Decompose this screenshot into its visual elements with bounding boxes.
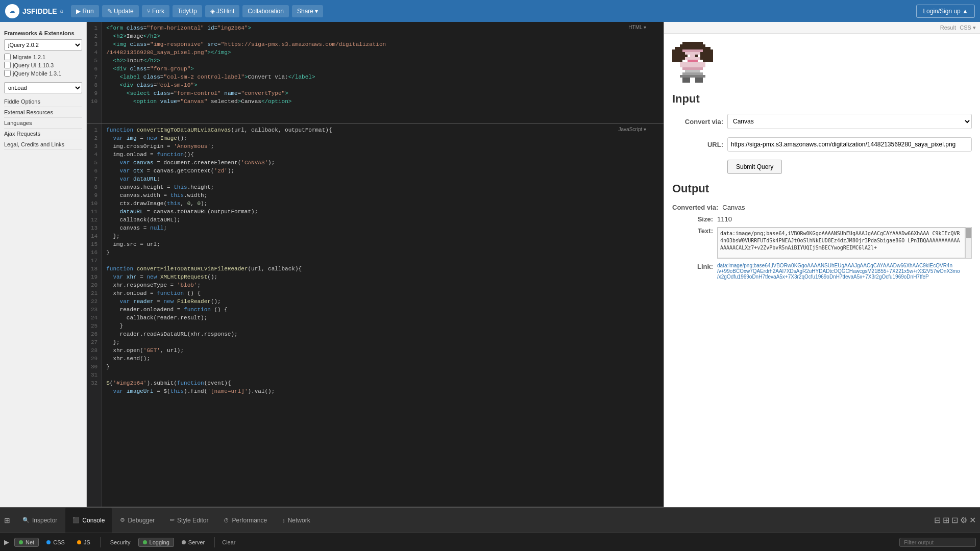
js-filter-label: JS (84, 539, 90, 545)
fiddle-options-link[interactable]: Fiddle Options (4, 96, 82, 107)
input-section-title: Input (672, 92, 972, 106)
logging-dot (143, 540, 147, 544)
external-resources-link[interactable]: External Resources (4, 107, 82, 118)
login-button[interactable]: Login/Sign up ▲ (916, 5, 975, 18)
share-button[interactable]: Share ▾ (292, 5, 323, 17)
jquerymobile-label: jQuery Mobile 1.3.1 (13, 70, 61, 77)
svg-rect-13 (682, 67, 703, 70)
url-input[interactable] (727, 137, 972, 152)
html-code-text[interactable]: <form class="form-horizontal" id="img2b6… (102, 22, 664, 123)
html-code-content: 12345678910 <form class="form-horizontal… (87, 22, 664, 123)
close-icon[interactable]: ✕ (969, 515, 976, 525)
filter-logging[interactable]: Logging (138, 538, 174, 547)
filter-bar: ▶ Net CSS JS Security Logging Server Cle… (0, 533, 980, 551)
jshint-button[interactable]: ◈ JSHint (205, 5, 240, 17)
svg-rect-17 (682, 78, 690, 83)
debugger-icon: ⚙ (120, 517, 125, 523)
inspector-label: Inspector (32, 517, 57, 524)
settings-icon[interactable]: ⚙ (960, 515, 967, 525)
html-badge: HTML ▾ (626, 24, 648, 31)
svg-rect-9 (685, 55, 688, 57)
performance-label: Performance (232, 517, 267, 524)
devtools-bar: ⊞ 🔍 Inspector ⬛ Console ⚙ Debugger ✏ Sty… (0, 507, 980, 533)
legal-link[interactable]: Legal, Credits and Links (4, 139, 82, 150)
filter-css[interactable]: CSS (42, 538, 69, 547)
filter-security[interactable]: Security (106, 538, 135, 547)
size-key: Size: (672, 215, 713, 223)
svg-rect-12 (680, 62, 705, 67)
preview-area: Result CSS ▾ (664, 22, 980, 507)
load-select[interactable]: onLoad onDomReady No wrap - in <head> No… (4, 82, 82, 93)
jqueryui-checkbox[interactable] (4, 62, 11, 68)
js-panel: JavaScript ▾ 123456789101112131415161718… (87, 124, 664, 507)
tab-console[interactable]: ⬛ Console (65, 508, 112, 533)
layout-icon-1[interactable]: ⊟ (934, 515, 941, 525)
filter-js[interactable]: JS (72, 538, 95, 547)
svg-rect-21 (675, 47, 682, 52)
layout-icon-3[interactable]: ⊡ (951, 515, 958, 525)
cmd-icon[interactable]: ▶ (4, 538, 9, 546)
css-badge: CSS ▾ (960, 24, 976, 31)
languages-link[interactable]: Languages (4, 118, 82, 129)
app-name: JSFIDDLE (22, 7, 57, 15)
server-label: Server (188, 539, 205, 545)
convert-via-select[interactable]: Canvas FileReader (727, 114, 972, 129)
ajax-requests-link[interactable]: Ajax Requests (4, 129, 82, 139)
jquery-select[interactable]: jQuery 2.0.2 jQuery 1.11.0 jQuery 3.5.0 … (4, 39, 82, 51)
js-badge: JavaScript ▾ (617, 126, 648, 133)
submit-query-button[interactable]: Submit Query (727, 160, 782, 174)
text-scrollbar[interactable] (965, 228, 971, 258)
filter-sep-2 (214, 537, 215, 547)
convert-via-label: Convert via: (672, 118, 723, 126)
filter-search-input[interactable] (899, 538, 976, 547)
text-output: data:image/png;base64,iVBORw0KGgoAAAANSU… (718, 228, 965, 258)
style-editor-label: Style Editor (177, 517, 208, 524)
console-label: Console (82, 517, 105, 524)
tidyup-button[interactable]: TidyUp (173, 5, 202, 17)
output-section: Output Converted via: Canvas Size: 1110 … (672, 182, 972, 280)
converted-via-row: Converted via: Canvas (672, 204, 972, 211)
js-dot (77, 540, 81, 544)
jquerymobile-checkbox[interactable] (4, 70, 11, 77)
preview-header: Result CSS ▾ (664, 22, 980, 34)
layout-icon-2[interactable]: ⊞ (943, 515, 949, 525)
clear-button[interactable]: Clear (222, 539, 235, 545)
fork-button[interactable]: ⑂ Fork (142, 5, 169, 17)
migrate-label: Migrate 1.2.1 (13, 54, 45, 60)
run-button[interactable]: ▶ Run (71, 5, 99, 17)
app-logo: ☁ JSFIDDLE a (5, 4, 63, 18)
collaboration-button[interactable]: Collaboration (242, 5, 289, 17)
expand-icon: ⊞ (4, 516, 10, 524)
inspector-icon: 🔍 (22, 517, 30, 523)
migrate-checkbox[interactable] (4, 54, 11, 60)
net-label: Net (26, 539, 34, 545)
tab-network[interactable]: ↕ Network (275, 508, 317, 533)
text-key: Text: (672, 227, 713, 235)
convert-via-group: Convert via: Canvas FileReader (672, 114, 972, 129)
top-navbar: ☁ JSFIDDLE a ▶ Run ✎ Update ⑂ Fork TidyU… (0, 0, 980, 22)
tab-debugger[interactable]: ⚙ Debugger (113, 508, 162, 533)
svg-rect-15 (682, 72, 703, 75)
svg-rect-14 (685, 70, 700, 72)
net-dot (19, 540, 23, 544)
text-container: data:image/png;base64,iVBORw0KGgoAAAANSU… (717, 227, 972, 259)
tab-style-editor[interactable]: ✏ Style Editor (163, 508, 215, 533)
tab-inspector[interactable]: 🔍 Inspector (15, 508, 64, 533)
link-val[interactable]: data:image/png;base64,iVBORw0KGgoAAAANSU… (717, 263, 972, 280)
svg-rect-1 (680, 44, 705, 47)
devtools-expand-btn[interactable]: ⊞ (4, 516, 10, 524)
update-button[interactable]: ✎ Update (102, 5, 139, 17)
tab-performance[interactable]: ⏱ Performance (216, 508, 274, 533)
converted-via-val: Canvas (722, 204, 972, 211)
console-icon: ⬛ (72, 517, 80, 523)
js-code-text[interactable]: function convertImgToDataURLviaCanvas(ur… (102, 124, 664, 507)
jquerymobile-checkbox-row: jQuery Mobile 1.3.1 (4, 70, 82, 77)
url-label: URL: (672, 141, 723, 148)
svg-rect-18 (695, 78, 703, 83)
link-row: Link: data:image/png;base64,iVBORw0KGgoA… (672, 263, 972, 280)
svg-rect-10 (695, 55, 698, 57)
filter-net[interactable]: Net (14, 538, 39, 547)
svg-rect-16 (680, 75, 705, 78)
url-group: URL: (672, 137, 972, 152)
filter-server[interactable]: Server (177, 538, 209, 547)
